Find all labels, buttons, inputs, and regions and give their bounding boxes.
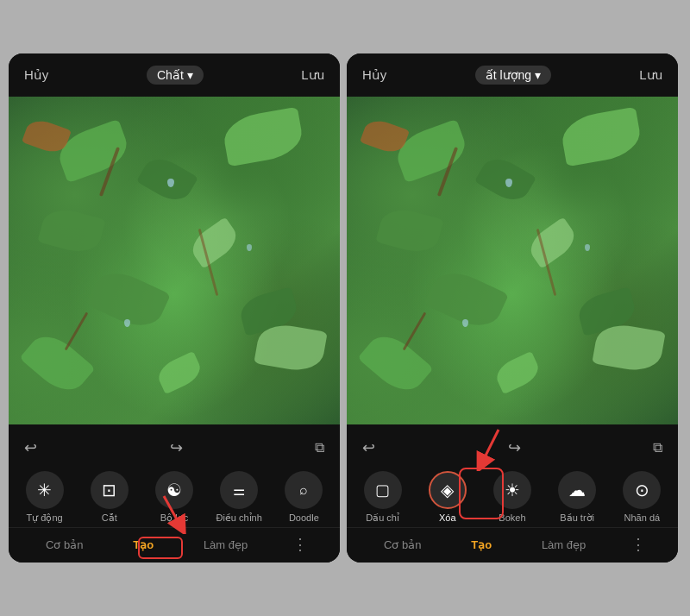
left-tab-basic[interactable]: Cơ bản	[41, 537, 88, 553]
right-bokeh-label: Bokeh	[499, 512, 525, 523]
left-filter-icon: ☯	[155, 471, 193, 509]
right-tool-erase[interactable]: ◈ Xóa	[423, 471, 472, 523]
left-filter-label: Bộ lọc	[160, 512, 188, 524]
left-auto-icon: ✳	[26, 471, 64, 509]
right-tool-bokeh[interactable]: ☀ Bokeh	[488, 471, 536, 523]
left-auto-label: Tự động	[27, 512, 63, 524]
left-top-bar: Hủy Chất ▾ Lưu	[9, 53, 340, 97]
right-stamp-icon: ▢	[364, 471, 402, 509]
left-cancel-btn[interactable]: Hủy	[24, 67, 48, 83]
right-tools-container: ▢ Dấu chỉ ◈ Xóa ☀ Bokeh ☁ Bầu trời	[347, 464, 678, 527]
right-tabs-row: Cơ bản Tạo Làm đẹp ⋮	[347, 527, 678, 563]
right-tab-basic[interactable]: Cơ bản	[379, 537, 426, 553]
left-tool-filter[interactable]: ☯ Bộ lọc	[150, 471, 198, 524]
right-tab-create[interactable]: Tạo	[466, 537, 497, 553]
right-tool-sky[interactable]: ☁ Bầu trời	[553, 471, 601, 524]
right-redo-btn[interactable]: ↪	[505, 435, 524, 461]
left-tools-row: ✳ Tự động ⊡ Cắt ☯ Bộ lọc ⚌ Điều chỉnh ⌕	[9, 464, 340, 527]
right-label-label: Nhãn dá	[624, 512, 661, 523]
right-leaf-background	[347, 97, 678, 424]
right-image-area	[347, 97, 678, 424]
left-toolbar-row: ↩ ↪ ⧉	[9, 431, 340, 464]
left-doodle-icon: ⌕	[285, 471, 323, 509]
left-redo-btn[interactable]: ↪	[166, 435, 186, 461]
left-tool-doodle[interactable]: ⌕ Doodle	[279, 471, 328, 523]
right-tools-row: ▢ Dấu chỉ ◈ Xóa ☀ Bokeh ☁ Bầu trời	[347, 464, 678, 527]
right-tab-beauty[interactable]: Làm đẹp	[536, 537, 591, 553]
right-phone-panel: Hủy ất lượng ▾ Lưu	[347, 53, 678, 563]
right-label-icon: ⊙	[623, 471, 661, 509]
right-erase-label: Xóa	[439, 512, 456, 523]
left-image-area	[9, 97, 340, 424]
left-quality-badge[interactable]: Chất ▾	[147, 66, 204, 85]
left-adjust-label: Điều chỉnh	[216, 512, 261, 524]
left-adjust-icon: ⚌	[220, 471, 258, 509]
right-cancel-btn[interactable]: Hủy	[362, 67, 386, 83]
left-save-btn[interactable]: Lưu	[301, 67, 324, 83]
right-sky-icon: ☁	[558, 471, 596, 509]
left-compare-btn[interactable]: ⧉	[311, 437, 328, 459]
left-undo-btn[interactable]: ↩	[21, 435, 41, 461]
right-sky-label: Bầu trời	[560, 512, 594, 524]
left-tab-create[interactable]: Tạo	[128, 537, 159, 553]
left-tool-crop[interactable]: ⊡ Cắt	[85, 471, 134, 524]
left-crop-icon: ⊡	[91, 471, 129, 509]
left-tab-beauty[interactable]: Làm đẹp	[198, 537, 253, 553]
right-stamp-label: Dấu chỉ	[366, 512, 399, 524]
right-tool-label[interactable]: ⊙ Nhãn dá	[618, 471, 666, 523]
left-tool-adjust[interactable]: ⚌ Điều chỉnh	[215, 471, 263, 524]
right-tab-more[interactable]: ⋮	[630, 535, 646, 554]
left-tool-auto[interactable]: ✳ Tự động	[21, 471, 69, 524]
left-tab-more[interactable]: ⋮	[292, 535, 308, 554]
left-leaf-background	[9, 97, 340, 424]
left-phone-panel: Hủy Chất ▾ Lưu	[9, 53, 340, 563]
right-undo-btn[interactable]: ↩	[359, 435, 379, 461]
left-tabs-row: Cơ bản Tạo Làm đẹp ⋮	[9, 527, 340, 563]
left-bottom-controls: ↩ ↪ ⧉ ✳ Tự động ⊡ Cắt ☯ Bộ lọc ⚌	[9, 424, 340, 563]
right-compare-btn[interactable]: ⧉	[649, 437, 666, 459]
right-bokeh-icon: ☀	[493, 471, 531, 509]
right-toolbar-row: ↩ ↪ ⧉	[347, 431, 678, 464]
left-crop-label: Cắt	[102, 512, 117, 524]
right-top-bar: Hủy ất lượng ▾ Lưu	[347, 53, 678, 97]
right-erase-icon: ◈	[429, 471, 467, 509]
right-save-btn[interactable]: Lưu	[639, 67, 662, 83]
main-container: Hủy Chất ▾ Lưu	[9, 53, 681, 563]
left-doodle-label: Doodle	[289, 512, 319, 523]
right-tool-stamp[interactable]: ▢ Dấu chỉ	[359, 471, 407, 524]
left-tabs-container: Cơ bản Tạo Làm đẹp ⋮	[9, 527, 340, 563]
right-bottom-controls: ↩ ↪ ⧉	[347, 424, 678, 563]
right-quality-badge[interactable]: ất lượng ▾	[475, 66, 551, 85]
